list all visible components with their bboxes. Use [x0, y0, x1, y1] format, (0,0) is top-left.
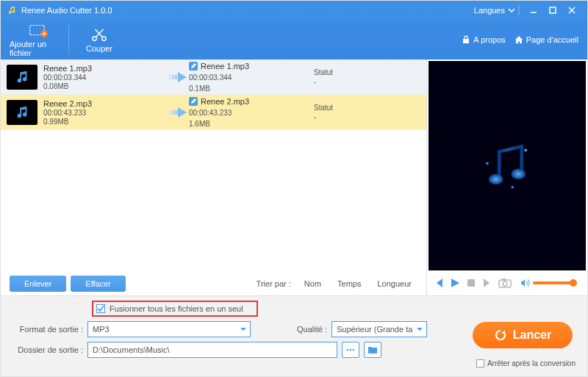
language-label: Langues	[474, 6, 505, 15]
file-thumbnail	[7, 65, 37, 90]
svg-rect-24	[502, 279, 506, 281]
output-name: Renee 2.mp3	[201, 97, 249, 106]
app-logo-icon	[7, 5, 17, 15]
dots-icon	[345, 345, 356, 354]
output-cell: Renee 2.mp3 00:00:43.233 1.6MB	[189, 97, 314, 128]
chevron-down-icon	[416, 326, 423, 333]
svg-point-19	[486, 162, 489, 165]
main-area: Renee 1.mp3 00:00:03.344 0.08MB Renee 1.…	[1, 60, 587, 295]
music-note-icon	[14, 69, 30, 85]
settings-panel: Fusionner tous les fichiers en un seul F…	[1, 295, 587, 377]
stop-after-option[interactable]: Arrêter après la conversion	[476, 359, 576, 367]
minimize-button[interactable]	[524, 2, 543, 18]
edit-icon[interactable]	[189, 62, 198, 71]
status-cell: Statut -	[314, 68, 373, 86]
volume-control[interactable]	[520, 278, 574, 288]
input-size: 0.99MB	[43, 118, 92, 126]
sort-time[interactable]: Temps	[337, 279, 361, 288]
quality-select[interactable]: Supérieur (Grande ta	[331, 321, 427, 337]
input-name: Renee 2.mp3	[43, 99, 92, 108]
about-link[interactable]: A propos	[462, 35, 505, 44]
file-panel: Renee 1.mp3 00:00:03.344 0.08MB Renee 1.…	[1, 60, 427, 295]
folder-icon	[368, 345, 378, 354]
svg-rect-14	[172, 110, 174, 115]
input-duration: 00:00:43.233	[43, 109, 92, 117]
add-file-button[interactable]: Ajouter un fichier	[10, 20, 67, 60]
clear-button[interactable]: Effacer	[71, 276, 126, 292]
refresh-icon	[494, 328, 507, 342]
svg-point-16	[489, 173, 503, 184]
stop-button[interactable]	[465, 277, 477, 289]
sort-name[interactable]: Nom	[304, 279, 321, 288]
merge-highlight: Fusionner tous les fichiers en un seul	[92, 301, 258, 317]
input-cell: Renee 2.mp3 00:00:43.233 0.99MB	[7, 99, 168, 126]
svg-rect-2	[550, 7, 556, 13]
file-row[interactable]: Renee 2.mp3 00:00:43.233 0.99MB Renee 2.…	[1, 95, 426, 130]
prev-button[interactable]	[433, 277, 445, 289]
cut-button[interactable]: Couper	[71, 20, 128, 60]
format-select[interactable]: MP3	[87, 321, 251, 337]
svg-point-27	[353, 349, 355, 351]
status-label: Statut	[314, 68, 333, 76]
output-duration: 00:00:43.233	[189, 109, 232, 117]
music-note-icon	[14, 104, 30, 121]
chevron-down-icon	[240, 326, 247, 333]
sort-length[interactable]: Longueur	[378, 279, 412, 288]
input-name: Renee 1.mp3	[43, 64, 92, 73]
browse-button[interactable]	[342, 342, 359, 358]
svg-rect-15	[175, 110, 177, 115]
snapshot-button[interactable]	[498, 277, 512, 289]
output-cell: Renee 1.mp3 00:00:03.344 0.1MB	[189, 62, 314, 93]
status-value: -	[314, 78, 316, 86]
launch-button[interactable]: Lancer	[473, 322, 573, 348]
svg-point-26	[350, 349, 352, 351]
home-label: Page d'accueil	[526, 35, 578, 44]
close-button[interactable]	[562, 2, 581, 18]
divider	[518, 5, 520, 15]
stop-after-label: Arrêter après la conversion	[487, 359, 576, 367]
file-list: Renee 1.mp3 00:00:03.344 0.08MB Renee 1.…	[1, 60, 426, 272]
list-actions: Enlever Effacer Trier par : Nom Temps Lo…	[1, 272, 426, 295]
svg-point-17	[511, 168, 526, 179]
outdir-value: D:\Documents\Music\	[93, 345, 170, 354]
remove-button[interactable]: Enlever	[10, 276, 66, 292]
launch-label: Lancer	[513, 328, 551, 342]
svg-rect-13	[169, 110, 171, 115]
volume-slider[interactable]	[533, 281, 574, 284]
lock-icon	[462, 35, 470, 44]
merge-checkbox[interactable]	[96, 304, 105, 313]
stop-after-checkbox[interactable]	[476, 359, 484, 367]
app-title: Renee Audio Cutter 1.0.0	[21, 6, 112, 15]
about-label: A propos	[473, 35, 505, 44]
preview-area	[429, 61, 586, 270]
arrow-icon	[168, 106, 189, 119]
svg-point-23	[503, 281, 507, 286]
maximize-button[interactable]	[543, 2, 562, 18]
preview-panel	[427, 60, 587, 295]
language-menu[interactable]: Langues	[470, 5, 524, 15]
svg-rect-9	[463, 39, 469, 43]
output-name: Renee 1.mp3	[201, 62, 249, 71]
input-cell: Renee 1.mp3 00:00:03.344 0.08MB	[7, 64, 168, 90]
outdir-input[interactable]: D:\Documents\Music\	[87, 342, 337, 358]
quality-value: Supérieur (Grande ta	[337, 325, 412, 334]
chevron-down-icon	[508, 7, 515, 14]
input-duration: 00:00:03.344	[43, 73, 92, 82]
home-icon	[514, 35, 523, 44]
play-button[interactable]	[449, 277, 461, 289]
svg-point-25	[347, 349, 349, 351]
edit-icon[interactable]	[189, 97, 198, 106]
file-row[interactable]: Renee 1.mp3 00:00:03.344 0.08MB Renee 1.…	[1, 60, 426, 95]
toolbar: Ajouter un fichier Couper A propos Page …	[1, 20, 587, 60]
add-file-label: Ajouter un fichier	[10, 40, 67, 57]
cut-label: Couper	[86, 44, 112, 53]
open-folder-button[interactable]	[364, 342, 381, 358]
status-label: Statut	[314, 104, 333, 112]
volume-icon	[520, 278, 530, 288]
next-button[interactable]	[481, 277, 493, 289]
format-label: Format de sortie :	[10, 325, 83, 334]
output-size: 1.6MB	[189, 120, 210, 128]
svg-rect-11	[172, 75, 174, 79]
svg-point-18	[524, 148, 527, 151]
home-link[interactable]: Page d'accueil	[514, 35, 578, 44]
